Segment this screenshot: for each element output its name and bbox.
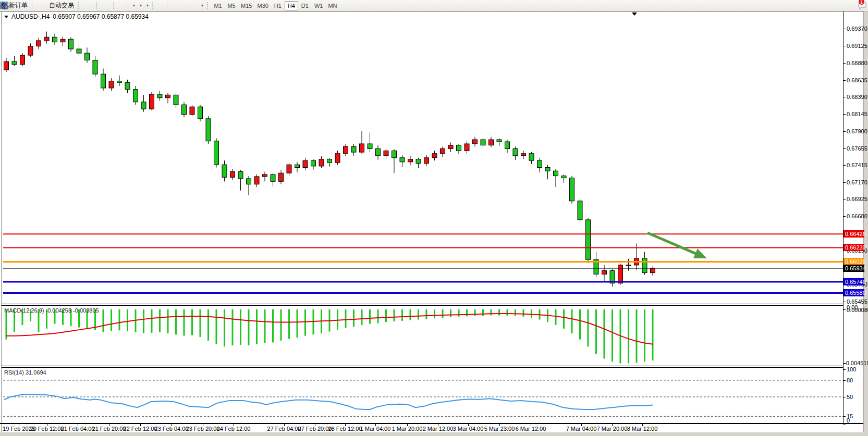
line-price-label-0.65740: 0.65740 [843, 278, 864, 285]
price-axis-tick [843, 216, 846, 217]
symbol-dropdown-icon[interactable] [4, 16, 8, 18]
panel-separator[interactable] [2, 367, 843, 368]
auto-scroll-button[interactable] [117, 1, 121, 11]
candle-body [36, 41, 41, 46]
candle [133, 86, 138, 105]
text-label-button[interactable]: T [194, 1, 199, 11]
price-axis-tick [843, 148, 846, 149]
bar-chart-button[interactable] [82, 1, 86, 11]
macd-histogram-bar [248, 309, 250, 345]
arrows-button[interactable]: ▾ [199, 1, 205, 11]
arrows-dropdown-caret[interactable]: ▾ [201, 3, 203, 8]
macd-histogram-bar [353, 309, 354, 327]
crosshair-button[interactable] [161, 1, 165, 11]
zoom-out-button[interactable] [103, 1, 107, 11]
timeframe-M30[interactable]: M30 [254, 1, 271, 10]
periods-dropdown-caret[interactable]: ▾ [140, 3, 142, 8]
chart-shift-marker[interactable] [632, 13, 637, 16]
time-axis-line [0, 423, 863, 424]
window-right-margin [863, 11, 868, 436]
macd-histogram-bar [256, 309, 258, 344]
price-axis-label: 0.69125 [847, 43, 867, 49]
tile-windows-button[interactable] [107, 1, 112, 11]
market-watch-button[interactable] [34, 1, 39, 11]
templates-dropdown-caret[interactable]: ▾ [146, 3, 149, 8]
timeframe-M5[interactable]: M5 [225, 1, 238, 10]
candle [376, 145, 381, 160]
macd-histogram-bar [628, 309, 629, 364]
candle [214, 138, 219, 167]
timeframe-MN[interactable]: MN [325, 1, 339, 10]
indicators-dropdown-caret[interactable]: ▾ [133, 3, 135, 8]
toolbar-separator [167, 2, 167, 9]
cursor-button[interactable] [156, 1, 161, 11]
macd-histogram-bar [224, 309, 225, 346]
candle [28, 43, 33, 56]
price-axis-tick [843, 165, 846, 166]
candle [561, 175, 566, 183]
timeframe-M15[interactable]: M15 [238, 1, 254, 10]
candle [521, 151, 526, 159]
price-axis-tick [843, 199, 846, 200]
equidistant-channel-button[interactable]: E [182, 1, 186, 11]
data-window-button[interactable] [39, 1, 43, 11]
macd-axis-top-label: 0.000086 [847, 307, 868, 314]
timeframe-M1[interactable]: M1 [211, 1, 225, 10]
horizontal-line-button[interactable] [174, 1, 178, 11]
price-axis-label: 0.66680 [847, 213, 867, 220]
candle-body [53, 37, 57, 42]
panel-separator[interactable] [2, 305, 843, 306]
notification-badge: 1 [858, 0, 865, 5]
trend-arrow[interactable] [647, 233, 707, 258]
line-chart-button[interactable] [90, 1, 94, 11]
candle [287, 163, 291, 176]
candle-body [190, 107, 194, 115]
candle-body [101, 74, 106, 88]
vertical-line-button[interactable] [169, 1, 174, 11]
candle-body [311, 160, 316, 166]
panel-separator[interactable] [2, 304, 843, 304]
fibonacci-button[interactable]: F [186, 1, 190, 11]
price-axis-label: 0.67900 [847, 128, 867, 135]
candle-body [230, 172, 235, 178]
candle [586, 218, 591, 263]
new-order-button[interactable]: 新订单 [7, 1, 30, 11]
candle-body [392, 151, 397, 157]
chat-button[interactable]: 1 [858, 1, 862, 11]
candlestick-chart-button[interactable] [86, 1, 90, 11]
timeframe-D1[interactable]: D1 [298, 1, 312, 10]
zoom-in-button[interactable] [99, 1, 103, 11]
search-button[interactable] [853, 1, 858, 11]
candle [85, 47, 90, 63]
chart-shift-button[interactable] [121, 1, 126, 11]
text-button[interactable]: A [190, 1, 194, 11]
candle-body [489, 140, 494, 145]
timeframe-W1[interactable]: W1 [312, 1, 326, 10]
macd-histogram-bar [507, 309, 508, 316]
macd-histogram-bar [595, 309, 597, 354]
trendline-button[interactable] [178, 1, 182, 11]
timeframe-H1[interactable]: H1 [271, 1, 285, 10]
candle-body [521, 154, 526, 156]
candle [529, 152, 534, 164]
signals-button[interactable] [43, 1, 47, 11]
toolbar-grip [207, 2, 210, 9]
timeframe-H4[interactable]: H4 [285, 1, 298, 10]
candle-body [150, 94, 154, 109]
templates-button[interactable]: ▾ [144, 1, 151, 11]
auto-trading-button[interactable]: 自动交易 [47, 1, 76, 11]
toolbar-separator [32, 2, 32, 9]
candle [174, 94, 178, 108]
candle-body [384, 151, 388, 155]
rsi-axis-tick [843, 369, 846, 370]
candle-body [481, 140, 485, 145]
candle [537, 158, 542, 172]
panel-separator[interactable] [2, 366, 843, 366]
timeframe-group: M1M5M15M30H1H4D1W1MN [211, 1, 339, 10]
indicators-button[interactable]: ▾ [130, 1, 137, 11]
candle [441, 146, 445, 157]
macd-histogram-bar [369, 309, 371, 324]
periods-button[interactable]: ▾ [137, 1, 144, 11]
candle-body [214, 141, 219, 165]
macd-histogram-bar [588, 309, 589, 346]
